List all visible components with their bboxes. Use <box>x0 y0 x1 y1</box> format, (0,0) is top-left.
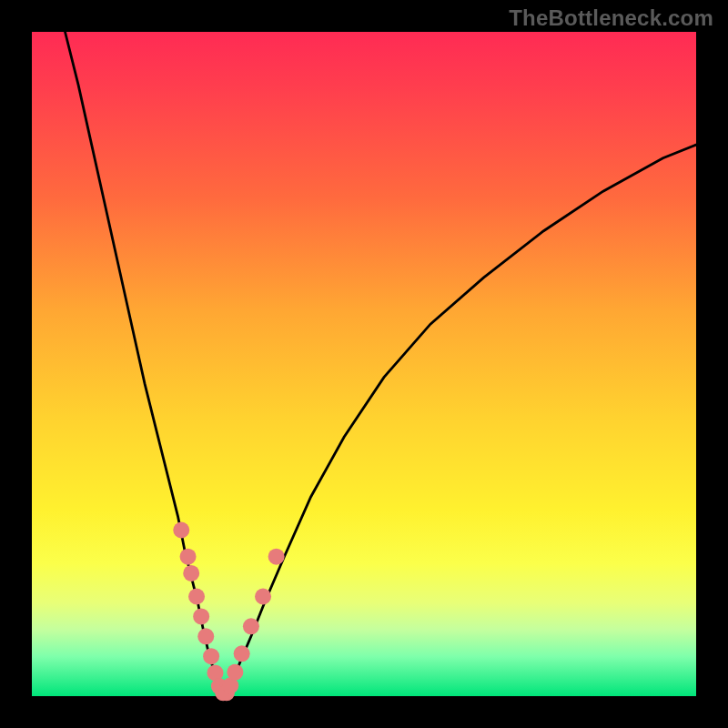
data-marker <box>243 618 259 634</box>
data-marker <box>203 648 219 664</box>
data-marker <box>255 589 271 605</box>
watermark: TheBottleneck.com <box>509 5 713 31</box>
chart-svg <box>32 32 696 696</box>
data-marker <box>268 549 285 565</box>
frame: TheBottleneck.com <box>0 0 728 728</box>
data-marker <box>173 522 189 539</box>
data-marker <box>180 549 197 565</box>
data-marker <box>188 589 205 605</box>
data-marker <box>193 608 209 624</box>
curve-right <box>227 145 696 694</box>
data-marker <box>234 645 250 662</box>
plot-area <box>32 32 696 696</box>
data-marker <box>197 628 214 644</box>
data-marker-group <box>173 522 284 702</box>
data-marker <box>183 565 199 581</box>
data-marker <box>227 664 243 681</box>
